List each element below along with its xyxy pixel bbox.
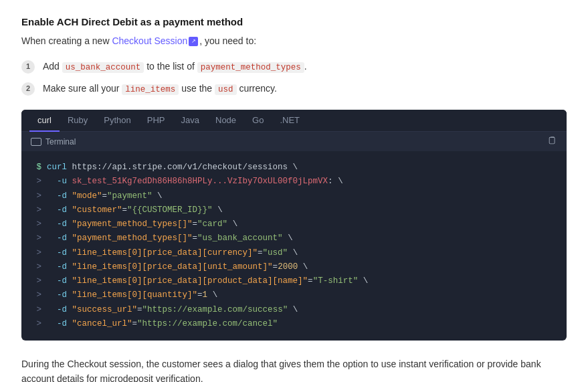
code-text-4: -d "customer"="{{CUSTOMER_ID}}" \ (47, 203, 223, 217)
step-2: 2 Make sure all your line_items use the … (21, 81, 567, 96)
checkout-session-link[interactable]: Checkout Session (112, 35, 187, 46)
tab-node[interactable]: Node (207, 110, 244, 132)
line-prefix-7: > (32, 246, 41, 260)
tab-python[interactable]: Python (96, 110, 138, 132)
code-line-4: > -d "customer"="{{CUSTOMER_ID}}" \ (32, 203, 556, 217)
page-title: Enable ACH Direct Debit as a payment met… (21, 16, 567, 27)
copy-icon (548, 136, 557, 145)
language-tabs: curl Ruby Python PHP Java Node Go .NET (21, 110, 567, 132)
intro-after-link: , you need to: (199, 35, 256, 46)
line-prefix-9: > (32, 274, 41, 288)
step-1-text: Add us_bank_account to the list of payme… (43, 59, 307, 74)
code-line-5: > -d "payment_method_types[]"="card" \ (32, 217, 556, 231)
line-prefix-10: > (32, 288, 41, 302)
line-prefix-2: > (32, 175, 41, 189)
code-line-3: > -d "mode"="payment" \ (32, 189, 556, 203)
code-text-7: -d "line_items[0][price_data][currency]"… (47, 246, 298, 260)
tab-go[interactable]: Go (244, 110, 272, 132)
code-usd: usd (215, 84, 237, 95)
code-text-10: -d "line_items[0][quantity]"=1 \ (47, 288, 217, 302)
code-body: $ curl https://api.stripe.com/v1/checkou… (21, 151, 567, 341)
code-line-10: > -d "line_items[0][quantity]"=1 \ (32, 288, 556, 302)
code-line-7: > -d "line_items[0][price_data][currency… (32, 246, 556, 260)
line-prefix-3: > (32, 189, 41, 203)
code-line-items: line_items (122, 84, 179, 95)
intro-paragraph: When creating a new Checkout Session↗, y… (21, 34, 567, 48)
outro-paragraph: During the Checkout session, the custome… (21, 357, 567, 382)
tab-curl[interactable]: curl (29, 110, 60, 132)
terminal-label: Terminal (31, 137, 76, 147)
code-line-6: > -d "payment_method_types[]"="us_bank_a… (32, 231, 556, 246)
code-line-1: $ curl https://api.stripe.com/v1/checkou… (32, 161, 556, 175)
tab-ruby[interactable]: Ruby (60, 110, 96, 132)
line-prefix-11: > (32, 303, 41, 317)
line-prefix-12: > (32, 317, 41, 331)
steps-list: 1 Add us_bank_account to the list of pay… (21, 59, 567, 96)
line-prefix-dollar: $ (32, 161, 41, 175)
code-text-12: -d "cancel_url"="https://example.com/can… (47, 317, 278, 331)
tab-dotnet[interactable]: .NET (272, 110, 308, 132)
step-1-number: 1 (21, 60, 35, 74)
intro-before-link: When creating a new (21, 35, 112, 46)
terminal-icon (31, 138, 41, 146)
code-line-11: > -d "success_url"="https://example.com/… (32, 303, 556, 317)
line-prefix-5: > (32, 217, 41, 231)
code-text-11: -d "success_url"="https://example.com/su… (47, 303, 298, 317)
line-prefix-4: > (32, 203, 41, 217)
code-text-2: -u sk_test_51Kg7edDh86H86h8HPLy...VzIby7… (47, 175, 343, 189)
step-2-text: Make sure all your line_items use the us… (43, 81, 277, 96)
step-2-number: 2 (21, 82, 35, 96)
tab-java[interactable]: Java (173, 110, 207, 132)
copy-button[interactable] (548, 136, 557, 147)
line-prefix-6: > (32, 231, 41, 246)
code-payment-method-types: payment_method_types (197, 62, 304, 73)
ext-link-icon: ↗ (189, 37, 198, 46)
code-text-5: -d "payment_method_types[]"="card" \ (47, 217, 237, 231)
line-prefix-8: > (32, 260, 41, 274)
terminal-text: Terminal (45, 137, 76, 147)
code-text-9: -d "line_items[0][price_data][product_da… (47, 274, 368, 288)
code-text-1: curl https://api.stripe.com/v1/checkout/… (47, 161, 298, 175)
terminal-bar: Terminal (21, 132, 567, 151)
code-text-8: -d "line_items[0][price_data][unit_amoun… (47, 260, 308, 274)
code-line-9: > -d "line_items[0][price_data][product_… (32, 274, 556, 288)
step-1: 1 Add us_bank_account to the list of pay… (21, 59, 567, 74)
code-us-bank-account: us_bank_account (62, 62, 144, 73)
code-line-2: > -u sk_test_51Kg7edDh86H86h8HPLy...VzIb… (32, 175, 556, 189)
code-line-12: > -d "cancel_url"="https://example.com/c… (32, 317, 556, 331)
tab-php[interactable]: PHP (139, 110, 173, 132)
code-text-6: -d "payment_method_types[]"="us_bank_acc… (47, 231, 293, 246)
code-text-3: -d "mode"="payment" \ (47, 189, 163, 203)
code-block-container: curl Ruby Python PHP Java Node Go .NET T… (21, 110, 567, 341)
code-line-8: > -d "line_items[0][price_data][unit_amo… (32, 260, 556, 274)
